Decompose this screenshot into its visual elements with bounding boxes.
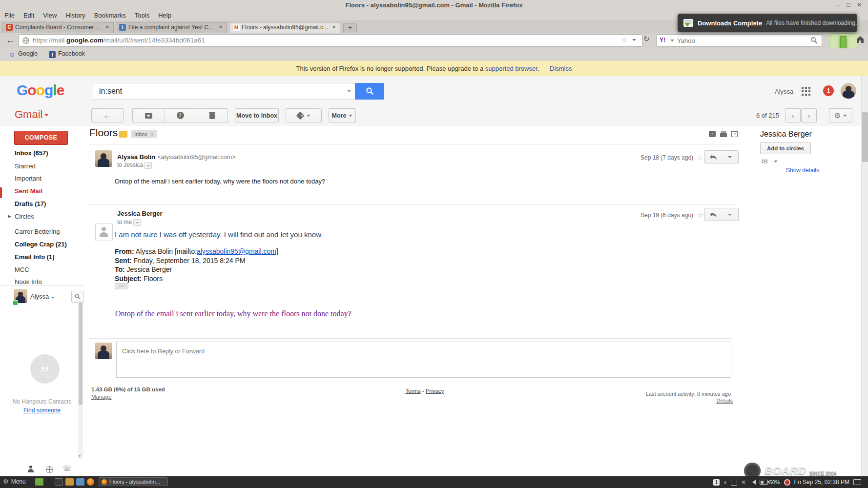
sender-avatar-placeholder[interactable] (95, 224, 113, 241)
menu-file[interactable]: File (0, 11, 19, 20)
clipboard-icon[interactable] (731, 479, 737, 486)
chevron-down-icon[interactable] (774, 161, 778, 163)
account-name[interactable]: Alyssa (775, 88, 793, 95)
menu-tools[interactable]: Tools (130, 11, 154, 20)
menu-help[interactable]: Help (154, 11, 176, 20)
settings-button[interactable] (829, 108, 852, 122)
taskbar-menu-button[interactable]: Menu (3, 478, 26, 485)
sidebar-item-college-crap[interactable]: College Crap (21) (15, 241, 67, 248)
sidebar-item-carrer-bettering[interactable]: Carrer Bettering (15, 228, 60, 235)
email-envelope-icon[interactable] (762, 157, 768, 166)
new-tab-button[interactable] (343, 23, 357, 33)
tab-close-icon[interactable] (217, 24, 224, 31)
mailto-link[interactable]: alyssabolin95@gmail.com (197, 247, 276, 255)
sidebar-item-sent-mail[interactable]: Sent Mail (15, 187, 42, 195)
chat-account-name[interactable]: Alyssa (30, 293, 55, 300)
web-search-input[interactable] (676, 35, 800, 46)
yahoo-icon[interactable] (660, 37, 665, 43)
firefox-icon[interactable] (87, 478, 94, 486)
apps-grid-icon[interactable] (802, 87, 810, 96)
search-options-icon[interactable] (347, 90, 351, 92)
newer-conversation-button[interactable] (785, 108, 801, 122)
chat-search-button[interactable] (71, 291, 84, 303)
inbox-label-chip[interactable]: Inboxx (131, 130, 157, 138)
back-to-list-button[interactable] (91, 108, 124, 122)
quick-reply-box[interactable]: Click here to Reply or Forward (116, 342, 731, 378)
chat-rooms-tab[interactable] (46, 466, 53, 473)
keyboard-layout-indicator[interactable]: 1 (713, 479, 720, 486)
volume-icon[interactable] (750, 480, 756, 485)
scrollbar-thumb[interactable] (862, 112, 868, 162)
show-trimmed-content-button[interactable] (115, 283, 128, 289)
sender-name[interactable]: Alyssa Bolin (117, 153, 155, 161)
reply-button[interactable] (705, 212, 722, 218)
chat-call-tab[interactable] (62, 464, 72, 473)
print-icon[interactable] (720, 133, 727, 137)
sidebar-item-circles[interactable]: Circles (15, 213, 34, 220)
update-alert-icon[interactable] (784, 479, 790, 486)
report-spam-button[interactable] (164, 109, 196, 122)
find-someone-link[interactable]: Find someone (0, 407, 84, 414)
url-bar[interactable]: https://mail.google.com/mail/u/0/#sent/1… (19, 34, 642, 47)
sidebar-item-drafts[interactable]: Drafts (17) (15, 200, 46, 207)
sender-avatar[interactable] (95, 150, 112, 167)
taskbar-window-button[interactable]: Floors - alyssabolin... (99, 477, 168, 486)
archive-button[interactable] (133, 109, 164, 122)
sidebar-item-inbox[interactable]: Inbox (657) (15, 149, 48, 157)
sidebar-item-email-info[interactable]: Email Info (1) (15, 253, 55, 261)
dismiss-link[interactable]: Dismiss (550, 65, 572, 72)
show-details-link[interactable]: Show details (760, 167, 819, 174)
minimize-icon[interactable] (833, 1, 843, 9)
menu-edit[interactable]: Edit (19, 11, 39, 20)
maximize-icon[interactable] (844, 1, 853, 9)
more-button[interactable]: More (329, 108, 356, 122)
terminal-icon[interactable] (55, 478, 63, 486)
reload-icon[interactable] (643, 35, 650, 43)
url-dropdown-icon[interactable] (632, 39, 636, 41)
scroll-down-icon[interactable] (79, 454, 81, 458)
tab-close-icon[interactable] (104, 24, 111, 31)
manage-link[interactable]: Manage (91, 394, 112, 400)
reply-button[interactable] (705, 154, 722, 160)
battery-indicator[interactable]: 50% (760, 479, 780, 485)
search-go-icon[interactable] (810, 37, 818, 46)
bluetooth-icon[interactable] (741, 479, 745, 486)
mail-search-input[interactable] (98, 86, 334, 97)
terms-link[interactable]: Terms (405, 388, 420, 394)
show-details-icon[interactable] (133, 219, 141, 226)
tab-close-icon[interactable] (331, 24, 337, 31)
compose-button[interactable]: COMPOSE (14, 131, 68, 145)
sidebar-item-starred[interactable]: Starred (15, 163, 36, 170)
labels-button[interactable] (286, 108, 322, 122)
account-avatar[interactable] (841, 83, 856, 99)
mail-search-box[interactable] (93, 83, 356, 100)
privacy-link[interactable]: Privacy (426, 388, 444, 394)
remove-label-icon[interactable]: x (151, 131, 153, 137)
menu-history[interactable]: History (61, 11, 89, 20)
expand-arrow-icon[interactable] (8, 214, 11, 219)
search-engine-bar[interactable] (656, 34, 822, 47)
sender-name[interactable]: Jessica Berger (117, 210, 163, 217)
screenshot-icon[interactable] (76, 478, 84, 486)
details-link[interactable]: Details (584, 398, 733, 404)
move-to-inbox-button[interactable]: Move to Inbox (235, 108, 279, 122)
show-desktop-icon[interactable] (853, 479, 861, 485)
add-to-circles-button[interactable]: Add to circles (760, 142, 811, 154)
bookmark-star-icon[interactable] (621, 36, 627, 44)
sidebar-item-nook-info[interactable]: Nook Info (15, 278, 42, 285)
folder-icon[interactable] (65, 478, 74, 486)
notifications-expander-icon[interactable] (723, 480, 727, 485)
tab-gmail-floors[interactable]: Floors - alyssabolin95@gmail.c... (229, 22, 340, 33)
scrollbar-thumb[interactable] (79, 302, 83, 405)
open-in-new-window-icon[interactable] (731, 131, 738, 137)
tab-complaints-board[interactable]: Complaints Board - Consumer ... (2, 22, 114, 33)
page-scrollbar[interactable] (861, 76, 868, 476)
more-options-button[interactable] (722, 156, 739, 158)
chat-contacts-tab[interactable] (27, 466, 34, 472)
bookmark-google[interactable]: Google (9, 50, 38, 58)
sidebar-item-mcc[interactable]: MCC (15, 266, 29, 273)
supported-browser-link[interactable]: supported browser (485, 65, 537, 72)
star-icon[interactable] (697, 211, 703, 220)
show-details-icon[interactable] (145, 162, 152, 169)
more-options-button[interactable] (722, 214, 739, 216)
